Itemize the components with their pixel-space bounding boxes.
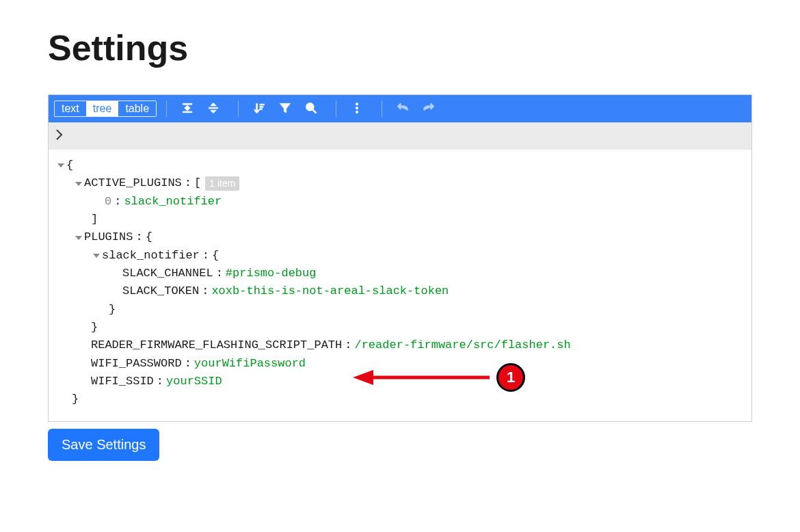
kebab-icon	[350, 101, 364, 117]
json-key: WIFI_PASSWORD	[91, 355, 182, 373]
json-value: /reader-firmware/src/flasher.sh	[354, 336, 570, 354]
brace-open: {	[146, 228, 152, 246]
json-value: yourSSID	[166, 373, 222, 390]
brace-open: {	[212, 247, 219, 265]
svg-point-4	[356, 111, 358, 113]
item-count-badge: 1 item	[205, 176, 239, 191]
array-index: 0	[105, 193, 111, 211]
json-editor: text tree table	[48, 94, 752, 422]
brace-close: }	[109, 301, 116, 319]
svg-point-2	[356, 103, 358, 105]
search-icon	[304, 101, 318, 117]
sort-icon	[252, 101, 266, 117]
json-colon: :	[199, 282, 211, 300]
undo-button[interactable]	[392, 98, 414, 120]
search-button[interactable]	[300, 98, 322, 120]
json-colon: :	[133, 228, 145, 246]
page-title: Settings	[48, 27, 752, 68]
tree-row-object-close: }	[55, 301, 745, 319]
json-key: READER_FIRMWARE_FLASHING_SCRIPT_PATH	[91, 336, 342, 354]
json-colon: :	[342, 336, 354, 354]
breadcrumb-bar	[49, 122, 751, 150]
tree-row-slack-notifier[interactable]: slack_notifier : {	[55, 247, 745, 265]
redo-button[interactable]	[418, 98, 440, 120]
expand-all-icon	[181, 101, 194, 117]
json-value: #prismo-debug	[226, 265, 317, 282]
filter-button[interactable]	[274, 98, 296, 120]
mode-switch: text tree table	[54, 101, 157, 117]
caret-down-icon[interactable]	[55, 162, 66, 169]
json-key: slack_notifier	[102, 247, 200, 265]
tree-row-array-item[interactable]: 0 : slack_notifier	[55, 193, 745, 211]
tree-row-slack-channel[interactable]: SLACK_CHANNEL : #prismo-debug	[55, 265, 745, 282]
toolbar-divider	[336, 101, 336, 117]
json-key: SLACK_CHANNEL	[122, 265, 213, 282]
toolbar-divider	[166, 101, 167, 117]
tree-row-active-plugins[interactable]: ACTIVE_PLUGINS : [ 1 item	[55, 174, 745, 192]
json-value: yourWifiPassword	[194, 355, 306, 373]
tree-panel: { ACTIVE_PLUGINS : [ 1 item 0 : slack_no…	[49, 150, 751, 421]
toolbar-divider	[238, 101, 239, 117]
mode-tree-button[interactable]: tree	[86, 101, 119, 116]
svg-point-0	[306, 103, 313, 110]
mode-text-button[interactable]: text	[55, 101, 86, 116]
filter-icon	[278, 101, 292, 117]
bracket-open: [	[194, 174, 201, 192]
tree-row-object-close: }	[55, 319, 745, 336]
tree-row-wifi-password[interactable]: WIFI_PASSWORD : yourWifiPassword	[55, 355, 745, 373]
save-settings-button[interactable]: Save Settings	[48, 429, 159, 461]
json-key: SLACK_TOKEN	[122, 282, 199, 300]
json-key: WIFI_SSID	[91, 373, 154, 390]
sort-button[interactable]	[248, 98, 270, 120]
json-key: ACTIVE_PLUGINS	[84, 174, 182, 192]
svg-point-3	[356, 107, 358, 109]
json-value: slack_notifier	[124, 193, 222, 211]
caret-down-icon[interactable]	[91, 252, 102, 259]
svg-line-1	[313, 109, 317, 113]
json-colon: :	[182, 355, 194, 373]
expand-all-button[interactable]	[176, 98, 198, 120]
bracket-close: ]	[91, 211, 98, 228]
toolbar-divider	[382, 101, 382, 117]
tree-row-root-close: }	[55, 390, 745, 408]
tree-row-array-close: ]	[55, 211, 745, 228]
caret-down-icon[interactable]	[73, 181, 84, 187]
tree-row-wifi-ssid[interactable]: WIFI_SSID : yourSSID	[55, 373, 745, 390]
brace-open: {	[66, 157, 73, 174]
undo-icon	[396, 101, 410, 117]
json-value: xoxb-this-is-not-areal-slack-token	[211, 282, 449, 300]
tree-row-root-open[interactable]: {	[55, 157, 745, 174]
brace-close: }	[72, 390, 79, 408]
json-colon: :	[200, 247, 212, 265]
json-key: PLUGINS	[84, 228, 133, 246]
json-colon: :	[213, 265, 226, 282]
json-colon: :	[154, 373, 166, 390]
more-menu-button[interactable]	[346, 98, 368, 120]
caret-down-icon[interactable]	[73, 235, 84, 241]
tree-row-plugins[interactable]: PLUGINS : {	[55, 228, 745, 246]
tree-row-slack-token[interactable]: SLACK_TOKEN : xoxb-this-is-not-areal-sla…	[55, 282, 745, 300]
brace-close: }	[91, 319, 98, 336]
chevron-right-icon	[55, 129, 64, 143]
json-colon: :	[182, 174, 194, 192]
redo-icon	[422, 101, 436, 117]
collapse-all-icon	[206, 101, 220, 117]
mode-table-button[interactable]: table	[118, 101, 156, 116]
collapse-all-button[interactable]	[202, 98, 224, 120]
tree-row-reader-path[interactable]: READER_FIRMWARE_FLASHING_SCRIPT_PATH : /…	[55, 336, 745, 354]
json-colon: :	[111, 193, 124, 211]
editor-toolbar: text tree table	[49, 95, 751, 122]
